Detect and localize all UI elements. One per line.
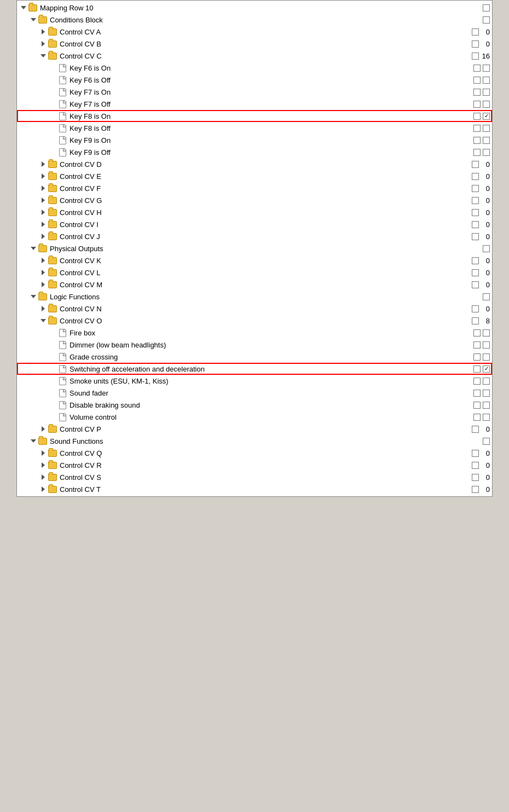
tree-row-control-cv-n[interactable]: Control CV N0 [17, 303, 492, 315]
checkbox1-fire-box[interactable] [473, 329, 481, 337]
checkbox1-grade-crossing[interactable] [473, 353, 481, 361]
checkbox2-grade-crossing[interactable] [483, 353, 490, 361]
checkbox2-key-f9-off[interactable] [483, 149, 490, 156]
tree-row-switching-off-accel[interactable]: Switching off acceleration and decelerat… [17, 363, 492, 375]
tree-row-control-cv-a[interactable]: Control CV A0 [17, 26, 492, 38]
tree-row-conditions-block[interactable]: Conditions Block [17, 14, 492, 26]
tree-row-physical-outputs[interactable]: Physical Outputs [17, 242, 492, 254]
checkbox1-control-cv-j[interactable] [472, 233, 479, 240]
checkbox1-sound-functions[interactable] [483, 438, 490, 445]
checkbox1-logic-functions[interactable] [483, 293, 490, 300]
tree-row-key-f6-on[interactable]: Key F6 is On [17, 62, 492, 74]
tree-row-key-f9-on[interactable]: Key F9 is On [17, 134, 492, 146]
checkbox1-dimmer[interactable] [473, 341, 481, 349]
expander-control-cv-h[interactable] [39, 208, 48, 217]
checkbox2-dimmer[interactable] [483, 341, 490, 349]
checkbox1-control-cv-q[interactable] [472, 450, 479, 457]
tree-row-sound-functions[interactable]: Sound Functions [17, 435, 492, 447]
tree-row-volume-control[interactable]: Volume control [17, 411, 492, 423]
checkbox1-key-f9-off[interactable] [473, 149, 481, 156]
tree-row-control-cv-h[interactable]: Control CV H0 [17, 206, 492, 218]
checkbox1-control-cv-k[interactable] [472, 257, 479, 264]
checkbox1-smoke-units[interactable] [473, 378, 481, 385]
expander-conditions-block[interactable] [29, 15, 38, 24]
expander-control-cv-r[interactable] [39, 461, 48, 469]
tree-row-sound-fader[interactable]: Sound fader [17, 387, 492, 399]
checkbox1-mapping-row-10[interactable] [483, 4, 490, 11]
expander-control-cv-b[interactable] [39, 39, 48, 48]
checkbox2-key-f7-off[interactable] [483, 101, 490, 108]
checkbox2-smoke-units[interactable] [483, 378, 490, 385]
tree-row-control-cv-k[interactable]: Control CV K0 [17, 254, 492, 266]
tree-row-control-cv-s[interactable]: Control CV S0 [17, 471, 492, 483]
checkbox2-key-f6-on[interactable] [483, 65, 490, 72]
checkbox1-control-cv-g[interactable] [472, 197, 479, 204]
expander-control-cv-k[interactable] [39, 256, 48, 265]
checkbox1-control-cv-l[interactable] [472, 269, 479, 276]
tree-row-mapping-row-10[interactable]: Mapping Row 10 [17, 2, 492, 14]
tree-row-control-cv-d[interactable]: Control CV D0 [17, 158, 492, 170]
checkbox1-disable-braking-sound[interactable] [473, 402, 481, 409]
expander-control-cv-i[interactable] [39, 220, 48, 229]
tree-row-control-cv-p[interactable]: Control CV P0 [17, 423, 492, 435]
checkbox1-control-cv-n[interactable] [472, 305, 479, 312]
checkbox1-control-cv-p[interactable] [472, 426, 479, 433]
checkbox2-key-f7-on[interactable] [483, 89, 490, 96]
checkbox1-sound-fader[interactable] [473, 390, 481, 397]
checkbox1-control-cv-a[interactable] [472, 28, 479, 36]
checkbox1-key-f8-on[interactable] [473, 113, 481, 120]
checkbox1-key-f6-on[interactable] [473, 65, 481, 72]
checkbox2-key-f9-on[interactable] [483, 137, 490, 144]
tree-row-control-cv-r[interactable]: Control CV R0 [17, 459, 492, 471]
tree-row-control-cv-c[interactable]: Control CV C16 [17, 50, 492, 62]
tree-row-key-f8-on[interactable]: Key F8 is On [17, 110, 492, 122]
tree-row-key-f6-off[interactable]: Key F6 is Off [17, 74, 492, 86]
tree-row-control-cv-q[interactable]: Control CV Q0 [17, 447, 492, 459]
tree-row-control-cv-b[interactable]: Control CV B0 [17, 38, 492, 50]
checkbox1-control-cv-c[interactable] [472, 53, 479, 60]
tree-row-logic-functions[interactable]: Logic Functions [17, 291, 492, 303]
expander-mapping-row-10[interactable] [19, 3, 28, 12]
expander-control-cv-e[interactable] [39, 172, 48, 181]
tree-row-control-cv-j[interactable]: Control CV J0 [17, 230, 492, 242]
checkbox1-volume-control[interactable] [473, 414, 481, 421]
checkbox2-disable-braking-sound[interactable] [483, 402, 490, 409]
checkbox1-key-f6-off[interactable] [473, 77, 481, 84]
expander-control-cv-f[interactable] [39, 184, 48, 193]
checkbox2-key-f6-off[interactable] [483, 77, 490, 84]
expander-control-cv-s[interactable] [39, 473, 48, 482]
expander-control-cv-p[interactable] [39, 425, 48, 433]
checkbox1-control-cv-d[interactable] [472, 161, 479, 168]
checkbox1-switching-off-accel[interactable] [473, 366, 481, 373]
checkbox1-control-cv-f[interactable] [472, 185, 479, 192]
expander-control-cv-c[interactable] [39, 51, 48, 60]
expander-control-cv-a[interactable] [39, 27, 48, 36]
checkbox1-control-cv-m[interactable] [472, 281, 479, 288]
checkbox1-physical-outputs[interactable] [483, 245, 490, 252]
tree-row-control-cv-i[interactable]: Control CV I0 [17, 218, 492, 230]
tree-row-key-f8-off[interactable]: Key F8 is Off [17, 122, 492, 134]
expander-logic-functions[interactable] [29, 292, 38, 301]
expander-control-cv-j[interactable] [39, 232, 48, 241]
checkbox1-key-f7-off[interactable] [473, 101, 481, 108]
tree-row-control-cv-e[interactable]: Control CV E0 [17, 170, 492, 182]
expander-control-cv-n[interactable] [39, 304, 48, 313]
checkbox2-key-f8-on[interactable] [483, 113, 490, 120]
expander-control-cv-o[interactable] [39, 316, 48, 325]
checkbox1-key-f7-on[interactable] [473, 89, 481, 96]
expander-physical-outputs[interactable] [29, 244, 38, 253]
checkbox1-control-cv-h[interactable] [472, 209, 479, 216]
checkbox1-key-f9-on[interactable] [473, 137, 481, 144]
tree-row-disable-braking-sound[interactable]: Disable braking sound [17, 399, 492, 411]
expander-control-cv-m[interactable] [39, 280, 48, 289]
tree-row-control-cv-g[interactable]: Control CV G0 [17, 194, 492, 206]
tree-row-key-f7-off[interactable]: Key F7 is Off [17, 98, 492, 110]
checkbox1-conditions-block[interactable] [483, 16, 490, 24]
checkbox2-switching-off-accel[interactable] [483, 366, 490, 373]
tree-row-control-cv-f[interactable]: Control CV F0 [17, 182, 492, 194]
tree-row-control-cv-m[interactable]: Control CV M0 [17, 279, 492, 291]
checkbox2-key-f8-off[interactable] [483, 125, 490, 132]
checkbox2-volume-control[interactable] [483, 414, 490, 421]
tree-row-control-cv-o[interactable]: Control CV O8 [17, 315, 492, 327]
checkbox1-control-cv-t[interactable] [472, 486, 479, 493]
